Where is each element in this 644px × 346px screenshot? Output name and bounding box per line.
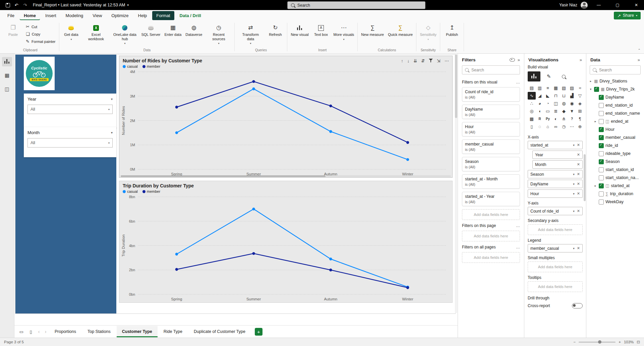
chevron-down-icon[interactable]: ▾ (573, 192, 575, 195)
field-checkbox[interactable] (599, 95, 604, 100)
chart-plot-area[interactable]: 0bn2bn4bn6bn8bnTrip DurationSpringSummer… (119, 193, 452, 302)
collapse-filters-pane-icon[interactable]: » (518, 57, 520, 62)
filter-card-dayname[interactable]: DayNameis (All) (462, 105, 520, 119)
avatar[interactable] (581, 2, 588, 9)
next-page-arrow[interactable]: › (43, 329, 49, 334)
zoom-slider-thumb[interactable] (598, 340, 601, 344)
field-row-dayname[interactable]: DayName (588, 93, 643, 101)
enter-data-button[interactable]: ▦Enter data (163, 22, 183, 38)
recent-sources-button[interactable]: ◷Recent sources▾ (204, 22, 233, 46)
collapse-visualizations-pane-icon[interactable]: » (580, 57, 582, 62)
sensitivity-button[interactable]: ◇Sensitivity▾ (418, 22, 438, 42)
text-box-button[interactable]: AText box (311, 22, 331, 38)
chevron-down-icon[interactable]: ▾ (573, 143, 575, 147)
matrix-icon[interactable]: ▩ (528, 115, 536, 123)
field-pill-season[interactable]: Season▾✕ (528, 170, 583, 178)
card-icon[interactable]: ▭ (544, 107, 552, 115)
field-checkbox[interactable] (594, 87, 599, 92)
slicer-dropdown[interactable]: All▾ (27, 105, 113, 114)
visual-number-of-rides-by-customer-type[interactable]: Number of Rides by Customer Type↑↓⇊⇵⇲⋯ca… (119, 56, 453, 178)
stacked-area-chart-icon[interactable]: ◣ (544, 92, 552, 100)
waterfall-chart-icon[interactable]: ▟ (568, 92, 576, 100)
multi-row-card-icon[interactable]: ≣ (552, 107, 560, 115)
line-chart-icon[interactable]: ∿ (528, 92, 536, 100)
field-checkbox[interactable] (599, 143, 604, 148)
field-row-end-station-id[interactable]: end_station_id (588, 101, 643, 109)
focus-mode-icon[interactable]: ⇲ (437, 58, 441, 63)
field-row-weekday[interactable]: WeekDay (588, 198, 643, 206)
slicer-dropdown[interactable]: All▾ (27, 138, 113, 148)
ribbon-tab-modeling[interactable]: Modeling (62, 11, 87, 20)
canvas-vertical-scrollbar[interactable] (455, 54, 457, 313)
more-options-icon[interactable]: ⋯ (445, 58, 449, 63)
ribbon-tab-home[interactable]: Home (20, 11, 40, 20)
field-checkbox[interactable] (599, 159, 604, 164)
remove-field-icon[interactable]: ✕ (577, 172, 580, 176)
line-and-clustered-column-chart-icon[interactable]: ⊔ (560, 92, 568, 100)
data-view-button[interactable]: ▦ (2, 71, 12, 80)
save-icon[interactable] (3, 0, 12, 10)
remove-field-icon[interactable]: ✕ (577, 162, 580, 167)
filter-card-count-of-ride-id[interactable]: Count of ride_idis (All) (462, 87, 520, 102)
field-row-start-station-id[interactable]: start_station_id (588, 166, 643, 174)
minimize-button[interactable]: — (591, 0, 606, 10)
dataverse-button[interactable]: ◍Dataverse (184, 22, 204, 38)
get-data-button[interactable]: Get data▾ (61, 22, 81, 42)
sql-server-button[interactable]: SQL Server (139, 22, 162, 38)
transform-data-button[interactable]: ⇄Transform data▾ (236, 22, 265, 46)
key-influencers-icon[interactable]: ◐ (552, 115, 560, 123)
treemap-icon[interactable]: ◫ (552, 100, 560, 107)
field-row-start-station-na[interactable]: start_station_na... (588, 174, 643, 182)
field-row-ended-at[interactable]: ▸◫ended_at (588, 117, 643, 125)
chevron-down-icon[interactable]: ▾ (111, 131, 113, 134)
field-row-trip-duration[interactable]: ∑trip_duration (588, 190, 643, 198)
smart-narrative-icon[interactable]: ¶ (576, 115, 584, 123)
field-row-season[interactable]: Season (588, 158, 643, 166)
refresh-button[interactable]: ↻Refresh (265, 22, 285, 38)
field-row-end-station-name[interactable]: end_station_name (588, 109, 643, 117)
slicer-month[interactable]: Month▾All▾ (24, 127, 116, 157)
redo-icon[interactable]: ↷ (21, 0, 30, 10)
field-pill-hour[interactable]: Hour▾✕ (528, 189, 583, 198)
field-pill-member-casual[interactable]: member_casual▾✕ (528, 244, 583, 252)
slicer-year[interactable]: Year▾All▾ (24, 94, 116, 128)
zoom-out-button[interactable]: − (574, 340, 576, 344)
field-row-divvy-stations[interactable]: ▸▦Divvy_Stations (588, 77, 643, 85)
desktop-view-button[interactable]: ▭ (17, 329, 26, 334)
stacked-bar-chart-icon[interactable]: ▤ (528, 84, 536, 92)
add-data-fields-dropzone[interactable]: Add data fields here (462, 231, 520, 241)
new-visual-button[interactable]: New visual (289, 22, 310, 38)
paginated-report-icon[interactable]: ▯ (528, 123, 536, 130)
mobile-view-button[interactable]: ▯ (26, 329, 35, 334)
ribbon-tab-view[interactable]: View (89, 11, 106, 20)
global-search-input[interactable]: Search (287, 1, 425, 9)
clustered-bar-chart-icon[interactable]: ≡ (544, 84, 552, 92)
chevron-down-icon[interactable]: ▾ (573, 182, 575, 186)
copy-button[interactable]: ❏Copy (24, 31, 42, 38)
remove-field-icon[interactable]: ✕ (577, 143, 580, 147)
remove-field-icon[interactable]: ✕ (577, 191, 580, 196)
data-search-input[interactable]: Search (590, 65, 641, 74)
page-tab-ride-type[interactable]: Ride Type (158, 326, 188, 337)
area-chart-icon[interactable]: ◢ (536, 92, 544, 100)
chevron-down-icon[interactable]: ▾ (589, 88, 592, 91)
line-and-stacked-column-chart-icon[interactable]: ⊓ (552, 92, 560, 100)
filter-card-member-casual[interactable]: member_casualis (All) (462, 139, 520, 154)
publish-button[interactable]: ↥Publish (442, 22, 462, 38)
paste-button[interactable]: ❐Paste (3, 22, 23, 38)
share-button[interactable]: ↗ Share ▾ (614, 12, 641, 19)
ribbon-tab-insert[interactable]: Insert (41, 11, 60, 20)
filter-card-started-at-year[interactable]: started_at - Yearis (All) (462, 192, 520, 206)
field-checkbox[interactable] (599, 183, 604, 188)
field-pill-year[interactable]: Year✕ (532, 151, 583, 159)
close-button[interactable]: ✕ (629, 0, 644, 10)
arcgis-map-icon[interactable]: ◌ (536, 123, 544, 130)
chevron-down-icon[interactable]: ▾ (111, 97, 113, 101)
cross-report-toggle[interactable] (572, 303, 583, 308)
report-page[interactable]: Cyclistic BIKE-SHARE Year▾All▾Month▾All▾ (15, 54, 456, 314)
fit-to-page-icon[interactable]: ⊡ (637, 340, 640, 344)
undo-icon[interactable]: ↶ (12, 0, 21, 10)
decomposition-tree-icon[interactable]: ⋔ (560, 115, 568, 123)
onelake-data-hub-button[interactable]: OneLake data hub▾ (111, 22, 139, 46)
analytics-tab[interactable] (557, 71, 570, 81)
